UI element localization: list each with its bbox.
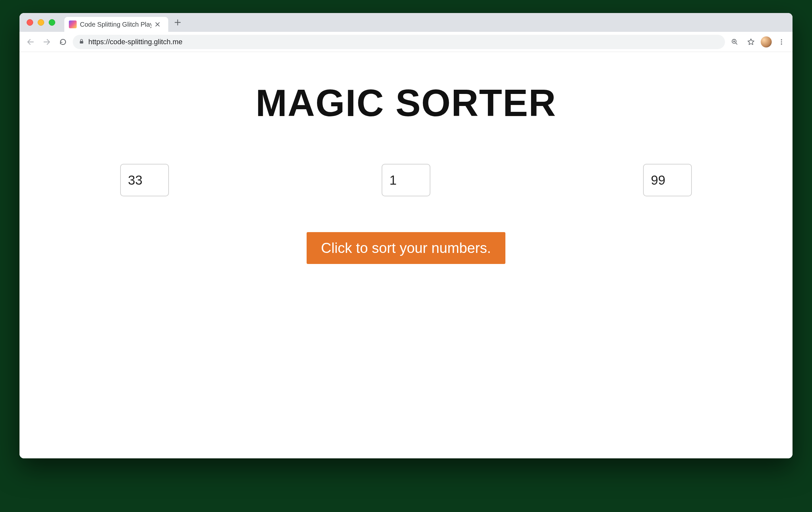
number-input-3[interactable] — [643, 164, 692, 196]
tab-strip: Code Splitting Glitch Playgroun — [20, 13, 792, 32]
new-tab-button[interactable] — [172, 16, 184, 29]
window-zoom-button[interactable] — [49, 19, 55, 26]
nav-back-button[interactable] — [24, 35, 37, 49]
browser-window: Code Splitting Glitch Playgroun https://… — [20, 13, 792, 458]
menu-button[interactable] — [775, 35, 788, 49]
browser-tab[interactable]: Code Splitting Glitch Playgroun — [64, 17, 168, 32]
svg-point-4 — [781, 43, 782, 45]
tab-title: Code Splitting Glitch Playgroun — [80, 21, 151, 28]
url-text: https://code-splitting.glitch.me — [88, 38, 182, 46]
page-title: MAGIC SORTER — [39, 81, 773, 125]
window-close-button[interactable] — [27, 19, 33, 26]
zoom-icon[interactable] — [728, 35, 741, 49]
lock-icon — [79, 38, 84, 46]
number-inputs-row — [101, 164, 711, 196]
reload-button[interactable] — [57, 35, 69, 49]
favicon-icon — [69, 21, 77, 28]
window-controls — [27, 19, 55, 26]
address-bar[interactable]: https://code-splitting.glitch.me — [73, 35, 725, 49]
bookmark-button[interactable] — [745, 35, 757, 49]
sort-button[interactable]: Click to sort your numbers. — [307, 232, 505, 264]
number-input-1[interactable] — [120, 164, 169, 196]
number-input-2[interactable] — [382, 164, 430, 196]
nav-forward-button[interactable] — [40, 35, 53, 49]
window-minimize-button[interactable] — [38, 19, 44, 26]
page-content: MAGIC SORTER Click to sort your numbers. — [20, 52, 792, 458]
svg-rect-0 — [80, 41, 84, 44]
svg-point-2 — [781, 39, 782, 40]
browser-toolbar: https://code-splitting.glitch.me — [20, 32, 792, 52]
tab-close-button[interactable] — [154, 22, 161, 27]
profile-avatar[interactable] — [761, 36, 772, 48]
svg-point-3 — [781, 41, 782, 43]
